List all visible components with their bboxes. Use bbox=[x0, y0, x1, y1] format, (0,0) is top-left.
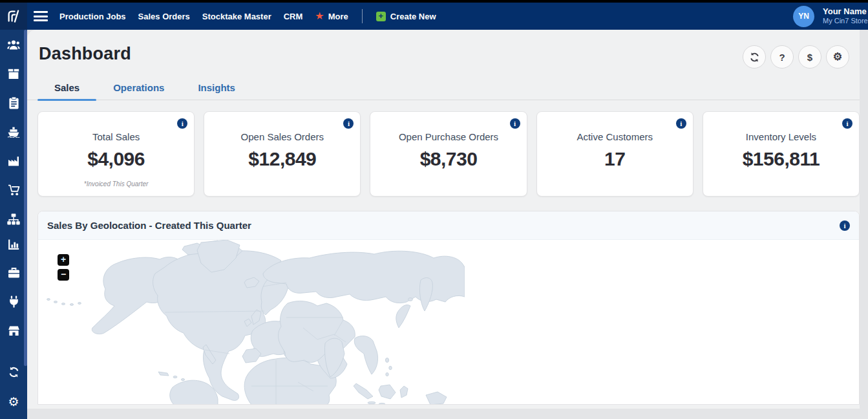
top-navigation: Production Jobs Sales Orders Stocktake M… bbox=[59, 9, 436, 23]
tab-sales[interactable]: Sales bbox=[37, 76, 96, 100]
page-title: Dashboard bbox=[39, 44, 131, 64]
card-active-customers: i Active Customers 17 bbox=[536, 111, 693, 197]
card-value: $4,096 bbox=[38, 148, 194, 170]
card-label: Open Purchase Orders bbox=[370, 131, 526, 142]
header-actions: ? $ ⚙ bbox=[743, 45, 849, 69]
factory-icon[interactable] bbox=[6, 153, 21, 169]
dollar-icon: $ bbox=[807, 52, 812, 63]
map-zoom-controls: + − bbox=[58, 254, 69, 281]
card-value: $8,730 bbox=[370, 148, 526, 170]
card-inventory-levels: i Inventory Levels $156,811 bbox=[703, 111, 860, 197]
card-value: 17 bbox=[537, 148, 693, 170]
user-area: YN Your Name My Cin7 Store bbox=[793, 3, 868, 30]
help-button[interactable]: ? bbox=[770, 45, 794, 69]
plug-icon[interactable] bbox=[6, 294, 21, 309]
billing-button[interactable]: $ bbox=[798, 45, 821, 69]
info-icon[interactable]: i bbox=[177, 118, 187, 129]
gear-icon: ⚙ bbox=[833, 52, 842, 62]
users-icon[interactable] bbox=[6, 37, 21, 52]
card-label: Active Customers bbox=[537, 131, 693, 142]
sidebar-scrollbar[interactable] bbox=[24, 30, 27, 366]
card-label: Open Sales Orders bbox=[204, 131, 360, 142]
ship-icon[interactable] bbox=[6, 124, 21, 140]
card-open-purchase-orders: i Open Purchase Orders $8,730 bbox=[370, 111, 527, 197]
refresh-button[interactable] bbox=[743, 45, 766, 69]
nav-stocktake-master[interactable]: Stocktake Master bbox=[202, 12, 271, 21]
create-new-label: Create New bbox=[390, 12, 436, 21]
cin7-logo[interactable] bbox=[0, 3, 27, 30]
cart-icon[interactable] bbox=[6, 182, 21, 198]
star-icon: ★ bbox=[315, 11, 324, 21]
user-avatar[interactable]: YN bbox=[793, 6, 814, 27]
card-total-sales: i Total Sales $4,096 *Invoiced This Quar… bbox=[37, 111, 195, 197]
more-label: More bbox=[328, 12, 348, 21]
nav-production-jobs[interactable]: Production Jobs bbox=[59, 12, 126, 21]
nav-divider bbox=[362, 9, 363, 23]
world-map[interactable]: + − bbox=[38, 240, 859, 405]
store-name: My Cin7 Store bbox=[823, 17, 868, 26]
box-icon[interactable] bbox=[6, 66, 21, 81]
sitemap-icon[interactable] bbox=[6, 211, 21, 227]
info-icon[interactable]: i bbox=[676, 118, 686, 129]
card-footnote: *Invoiced This Quarter bbox=[38, 180, 194, 188]
card-label: Total Sales bbox=[38, 131, 194, 142]
gear-icon[interactable]: ⚙ bbox=[6, 394, 21, 409]
map-zoom-in-button[interactable]: + bbox=[58, 254, 69, 266]
card-value: $12,849 bbox=[204, 148, 360, 170]
info-icon[interactable]: i bbox=[840, 220, 850, 231]
content-area: Dashboard ? $ ⚙ Sales Operations Insight… bbox=[27, 30, 860, 409]
tab-operations[interactable]: Operations bbox=[96, 76, 181, 100]
main-area: Dashboard ? $ ⚙ Sales Operations Insight… bbox=[27, 30, 868, 419]
nav-more[interactable]: ★ More bbox=[315, 11, 348, 21]
map-zoom-out-button[interactable]: − bbox=[58, 269, 69, 281]
bar-chart-icon[interactable] bbox=[6, 237, 21, 252]
nav-crm[interactable]: CRM bbox=[284, 12, 303, 21]
card-open-sales-orders: i Open Sales Orders $12,849 bbox=[204, 111, 361, 197]
card-value: $156,811 bbox=[703, 148, 859, 170]
sales-by-geolocation-panel: Sales By Geolocation - Created This Quar… bbox=[37, 211, 860, 405]
user-name: Your Name bbox=[823, 6, 868, 17]
hamburger-menu-icon[interactable] bbox=[34, 11, 48, 21]
user-info[interactable]: Your Name My Cin7 Store bbox=[823, 6, 868, 26]
plus-icon: + bbox=[376, 12, 386, 21]
nav-sales-orders[interactable]: Sales Orders bbox=[138, 12, 190, 21]
sidebar: ⚙ bbox=[0, 3, 27, 419]
briefcase-icon[interactable] bbox=[6, 264, 21, 280]
settings-button[interactable]: ⚙ bbox=[826, 45, 849, 69]
create-new-button[interactable]: + Create New bbox=[376, 12, 436, 21]
card-label: Inventory Levels bbox=[703, 131, 859, 142]
question-icon: ? bbox=[779, 52, 785, 63]
metric-cards: i Total Sales $4,096 *Invoiced This Quar… bbox=[37, 111, 860, 197]
store-icon[interactable] bbox=[6, 323, 21, 338]
panel-title: Sales By Geolocation - Created This Quar… bbox=[47, 220, 251, 231]
clipboard-icon[interactable] bbox=[6, 95, 21, 111]
topbar: Production Jobs Sales Orders Stocktake M… bbox=[27, 3, 868, 30]
info-icon[interactable]: i bbox=[510, 118, 520, 129]
tab-insights[interactable]: Insights bbox=[181, 76, 252, 100]
info-icon[interactable]: i bbox=[842, 118, 852, 129]
sync-icon[interactable] bbox=[6, 364, 21, 380]
info-icon[interactable]: i bbox=[343, 118, 354, 129]
dashboard-tabs: Sales Operations Insights bbox=[27, 76, 860, 100]
